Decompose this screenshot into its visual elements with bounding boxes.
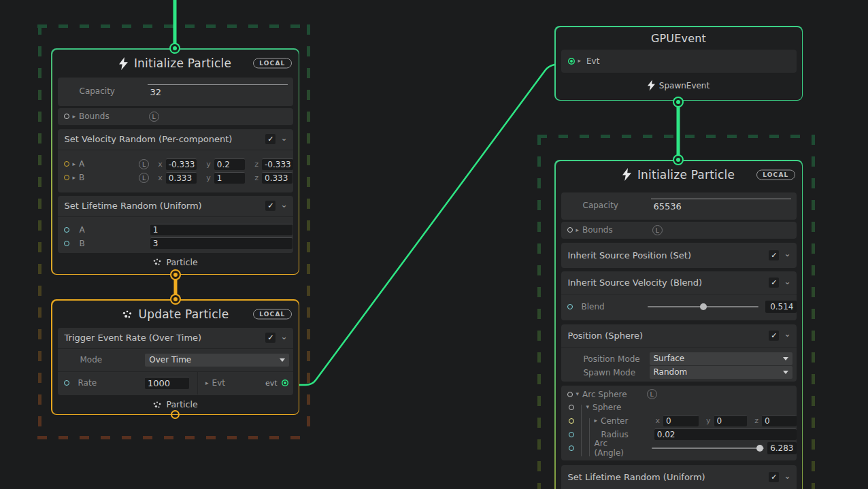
- port-b[interactable]: [64, 175, 69, 180]
- port-update-out[interactable]: [171, 410, 180, 419]
- capacity-field[interactable]: 32: [148, 84, 288, 101]
- block-set-lifetime-random[interactable]: Set Lifetime Random (Uniform) A 1 B: [58, 196, 293, 253]
- block-trigger-event-rate[interactable]: Trigger Event Rate (Over Time) Mode Over…: [58, 328, 293, 395]
- port-init-right-in[interactable]: [676, 158, 680, 162]
- arc-angle-value-field[interactable]: 6.283: [767, 442, 796, 454]
- radius-field[interactable]: 0.02: [654, 428, 797, 440]
- bounds-port[interactable]: [567, 227, 573, 233]
- vector-y-field[interactable]: 0.2: [214, 158, 245, 170]
- center-y-field[interactable]: 0: [714, 415, 748, 426]
- block-enabled-checkbox[interactable]: [265, 333, 276, 343]
- port-init-left-in[interactable]: [173, 46, 177, 50]
- blend-port[interactable]: [567, 304, 573, 309]
- value-field[interactable]: 1: [150, 224, 293, 235]
- collapse-arrow-icon[interactable]: ▾: [576, 391, 580, 397]
- arc-angle-port[interactable]: [569, 445, 574, 451]
- arc-angle-slider[interactable]: [652, 445, 764, 452]
- bounds-port[interactable]: [64, 114, 69, 119]
- expand-arrow-icon[interactable]: ▸: [73, 175, 76, 181]
- center-port[interactable]: [569, 418, 574, 424]
- center-x-field[interactable]: 0: [663, 415, 699, 426]
- port-a[interactable]: [64, 161, 69, 167]
- blend-value-field[interactable]: 0.514: [765, 301, 797, 313]
- node-initialize-particle-left[interactable]: Initialize Particle LOCAL Capacity 32 ▸ …: [51, 48, 299, 275]
- block-enabled-checkbox[interactable]: [769, 331, 779, 341]
- block-enabled-checkbox[interactable]: [265, 201, 276, 211]
- node-header[interactable]: Initialize Particle LOCAL: [52, 50, 299, 78]
- node-header[interactable]: Update Particle LOCAL: [52, 301, 299, 328]
- block-inherit-source-position[interactable]: Inherit Source Position (Set): [561, 243, 797, 268]
- arc-sphere-port[interactable]: [567, 392, 573, 397]
- evt-input-port[interactable]: [570, 60, 573, 63]
- edge-evt-to-gpuevent[interactable]: [293, 63, 569, 385]
- expand-arrow-icon[interactable]: ▸: [73, 161, 76, 167]
- block-set-velocity-random[interactable]: Set Velocity Random (Per-component) ▸ A …: [58, 129, 293, 192]
- collapse-chevron-icon[interactable]: [784, 475, 790, 480]
- expand-arrow-icon[interactable]: ▸: [73, 114, 76, 120]
- block-enabled-checkbox[interactable]: [769, 277, 779, 288]
- block-position-sphere[interactable]: Position (Sphere) Position Mode Surface: [561, 324, 797, 382]
- collapse-chevron-icon[interactable]: [280, 137, 287, 142]
- center-z-field[interactable]: 0: [762, 415, 796, 426]
- slider-handle[interactable]: [756, 445, 763, 452]
- node-gpuevent[interactable]: GPUEvent ▸ Evt SpawnEvent: [554, 26, 803, 101]
- node-header[interactable]: GPUEvent: [556, 27, 802, 50]
- rate-field[interactable]: 1000: [145, 377, 189, 389]
- gpuevent-evt-row: ▸ Evt: [561, 50, 797, 73]
- blend-slider[interactable]: [648, 303, 758, 310]
- expand-arrow-icon[interactable]: ▸: [578, 58, 582, 64]
- collapse-chevron-icon[interactable]: [280, 335, 287, 341]
- rate-port[interactable]: [64, 380, 69, 386]
- axis-y-label: y: [706, 416, 711, 425]
- spawn-mode-dropdown[interactable]: Random: [650, 366, 792, 379]
- vector-z-field[interactable]: -0.333: [262, 158, 293, 170]
- position-mode-value: Surface: [654, 354, 685, 363]
- radius-port[interactable]: [569, 432, 574, 437]
- axis-x-label: x: [158, 173, 163, 182]
- vector-y-field[interactable]: 1: [214, 172, 245, 184]
- block-inherit-source-velocity[interactable]: Inherit Source Velocity (Blend) Blend 0.…: [561, 271, 797, 320]
- slider-handle[interactable]: [700, 303, 707, 310]
- block-arc-sphere[interactable]: ▾ Arc Sphere L ▾ Sphere ▸ Center x: [561, 386, 797, 460]
- node-initialize-particle-right[interactable]: Initialize Particle LOCAL Capacity 65536…: [554, 160, 803, 489]
- row-label: B: [79, 173, 84, 182]
- local-space-badge[interactable]: L: [647, 389, 657, 399]
- sphere-port[interactable]: [569, 405, 574, 410]
- lightning-icon: [622, 168, 631, 181]
- local-space-badge[interactable]: L: [139, 159, 149, 169]
- expand-arrow-icon[interactable]: ▸: [205, 380, 209, 386]
- node-update-particle[interactable]: Update Particle LOCAL Trigger Event Rate…: [51, 299, 299, 415]
- expand-arrow-icon[interactable]: ▸: [576, 227, 580, 233]
- collapse-arrow-icon[interactable]: ▾: [586, 404, 590, 410]
- block-set-lifetime-random[interactable]: Set Lifetime Random (Uniform): [561, 465, 797, 489]
- value-field[interactable]: 3: [150, 237, 293, 249]
- mode-dropdown[interactable]: Over Time: [145, 354, 289, 367]
- port-b[interactable]: [64, 241, 69, 246]
- block-enabled-checkbox[interactable]: [769, 250, 779, 260]
- node-header[interactable]: Initialize Particle LOCAL: [556, 161, 802, 188]
- port-init-left-out[interactable]: [173, 273, 178, 277]
- collapse-chevron-icon[interactable]: [784, 280, 790, 286]
- dropdown-caret-icon: [783, 371, 788, 374]
- port-update-in[interactable]: [173, 297, 178, 301]
- port-gpuevent-out[interactable]: [676, 100, 680, 104]
- collapse-chevron-icon[interactable]: [280, 203, 287, 209]
- port-a[interactable]: [64, 227, 69, 233]
- collapse-chevron-icon[interactable]: [784, 252, 790, 258]
- expand-arrow-icon[interactable]: ▸: [595, 418, 598, 424]
- evt-output-port[interactable]: [284, 382, 286, 384]
- vfx-graph-canvas[interactable]: Initialize Particle LOCAL Capacity 32 ▸ …: [0, 0, 868, 489]
- vector-z-field[interactable]: 0.333: [262, 172, 293, 184]
- collapse-chevron-icon[interactable]: [784, 333, 790, 338]
- capacity-field[interactable]: 65536: [651, 199, 791, 215]
- local-badge: LOCAL: [253, 58, 291, 69]
- vector-x-field[interactable]: 0.333: [166, 172, 197, 184]
- local-space-badge[interactable]: L: [139, 173, 149, 183]
- local-space-badge[interactable]: L: [149, 112, 159, 122]
- local-space-badge[interactable]: L: [652, 225, 663, 235]
- block-enabled-checkbox[interactable]: [769, 472, 779, 482]
- dropdown-caret-icon: [280, 358, 285, 362]
- block-enabled-checkbox[interactable]: [265, 134, 276, 144]
- position-mode-dropdown[interactable]: Surface: [650, 352, 792, 365]
- vector-x-field[interactable]: -0.333: [166, 158, 197, 170]
